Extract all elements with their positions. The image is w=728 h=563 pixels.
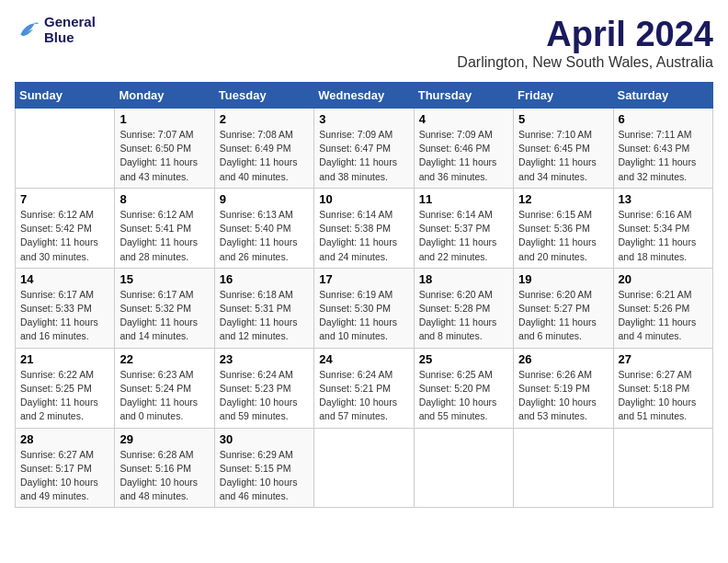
day-header-friday: Friday (514, 83, 613, 109)
day-info: Sunrise: 6:17 AMSunset: 5:33 PMDaylight:… (20, 288, 109, 344)
day-cell: 12Sunrise: 6:15 AMSunset: 5:36 PMDayligh… (514, 188, 613, 268)
day-number: 7 (20, 192, 109, 206)
month-title: April 2024 (457, 15, 713, 54)
day-cell: 6Sunrise: 7:11 AMSunset: 6:43 PMDaylight… (613, 109, 712, 189)
day-number: 18 (419, 272, 508, 286)
day-cell (16, 109, 115, 189)
day-info: Sunrise: 6:24 AMSunset: 5:21 PMDaylight:… (319, 368, 408, 424)
day-number: 26 (518, 352, 608, 366)
day-info: Sunrise: 6:13 AMSunset: 5:40 PMDaylight:… (220, 208, 309, 264)
day-cell (414, 428, 513, 508)
day-info: Sunrise: 7:07 AMSunset: 6:50 PMDaylight:… (119, 128, 209, 184)
page-header: General Blue April 2024 Darlington, New … (15, 15, 713, 71)
logo-text: General Blue (44, 15, 96, 45)
calendar-table: SundayMondayTuesdayWednesdayThursdayFrid… (15, 82, 713, 508)
day-info: Sunrise: 6:18 AMSunset: 5:31 PMDaylight:… (220, 288, 309, 344)
day-cell: 8Sunrise: 6:12 AMSunset: 5:41 PMDaylight… (115, 188, 214, 268)
day-cell: 27Sunrise: 6:27 AMSunset: 5:18 PMDayligh… (613, 348, 712, 428)
day-cell: 7Sunrise: 6:12 AMSunset: 5:42 PMDaylight… (16, 188, 115, 268)
logo-bird-icon (15, 17, 40, 43)
day-info: Sunrise: 7:10 AMSunset: 6:45 PMDaylight:… (518, 128, 608, 184)
day-number: 29 (119, 432, 209, 446)
day-info: Sunrise: 6:16 AMSunset: 5:34 PMDaylight:… (619, 208, 708, 264)
day-cell: 20Sunrise: 6:21 AMSunset: 5:26 PMDayligh… (613, 268, 712, 348)
day-info: Sunrise: 6:21 AMSunset: 5:26 PMDaylight:… (619, 288, 708, 344)
day-number: 11 (419, 192, 508, 206)
day-number: 27 (619, 352, 708, 366)
day-number: 17 (319, 272, 408, 286)
day-cell: 11Sunrise: 6:14 AMSunset: 5:37 PMDayligh… (414, 188, 513, 268)
day-cell: 4Sunrise: 7:09 AMSunset: 6:46 PMDaylight… (414, 109, 513, 189)
day-number: 4 (419, 112, 508, 126)
day-number: 8 (119, 192, 209, 206)
day-number: 1 (119, 112, 209, 126)
day-number: 16 (220, 272, 309, 286)
day-number: 15 (119, 272, 209, 286)
day-cell: 28Sunrise: 6:27 AMSunset: 5:17 PMDayligh… (16, 428, 115, 508)
day-info: Sunrise: 6:29 AMSunset: 5:15 PMDaylight:… (220, 448, 309, 504)
day-info: Sunrise: 6:15 AMSunset: 5:36 PMDaylight:… (518, 208, 608, 264)
day-number: 14 (20, 272, 109, 286)
day-cell: 19Sunrise: 6:20 AMSunset: 5:27 PMDayligh… (514, 268, 613, 348)
day-cell: 9Sunrise: 6:13 AMSunset: 5:40 PMDaylight… (214, 188, 313, 268)
day-number: 6 (619, 112, 708, 126)
day-number: 23 (220, 352, 309, 366)
title-block: April 2024 Darlington, New South Wales, … (457, 15, 713, 71)
header-row: SundayMondayTuesdayWednesdayThursdayFrid… (16, 83, 713, 109)
day-info: Sunrise: 6:17 AMSunset: 5:32 PMDaylight:… (119, 288, 209, 344)
day-info: Sunrise: 6:20 AMSunset: 5:28 PMDaylight:… (419, 288, 508, 344)
day-cell: 25Sunrise: 6:25 AMSunset: 5:20 PMDayligh… (414, 348, 513, 428)
day-number: 24 (319, 352, 408, 366)
day-cell: 16Sunrise: 6:18 AMSunset: 5:31 PMDayligh… (214, 268, 313, 348)
day-number: 13 (619, 192, 708, 206)
day-header-sunday: Sunday (16, 83, 115, 109)
day-info: Sunrise: 6:28 AMSunset: 5:16 PMDaylight:… (119, 448, 209, 504)
day-number: 12 (518, 192, 608, 206)
day-header-thursday: Thursday (414, 83, 513, 109)
day-number: 25 (419, 352, 508, 366)
day-header-tuesday: Tuesday (214, 83, 313, 109)
day-cell: 18Sunrise: 6:20 AMSunset: 5:28 PMDayligh… (414, 268, 513, 348)
day-cell: 21Sunrise: 6:22 AMSunset: 5:25 PMDayligh… (16, 348, 115, 428)
week-row-3: 14Sunrise: 6:17 AMSunset: 5:33 PMDayligh… (16, 268, 713, 348)
day-number: 30 (220, 432, 309, 446)
day-header-monday: Monday (115, 83, 214, 109)
week-row-2: 7Sunrise: 6:12 AMSunset: 5:42 PMDaylight… (16, 188, 713, 268)
week-row-1: 1Sunrise: 7:07 AMSunset: 6:50 PMDaylight… (16, 109, 713, 189)
day-info: Sunrise: 6:14 AMSunset: 5:38 PMDaylight:… (319, 208, 408, 264)
week-row-5: 28Sunrise: 6:27 AMSunset: 5:17 PMDayligh… (16, 428, 713, 508)
day-number: 5 (518, 112, 608, 126)
day-cell: 1Sunrise: 7:07 AMSunset: 6:50 PMDaylight… (115, 109, 214, 189)
logo: General Blue (15, 15, 96, 45)
day-info: Sunrise: 6:12 AMSunset: 5:41 PMDaylight:… (119, 208, 209, 264)
day-info: Sunrise: 6:23 AMSunset: 5:24 PMDaylight:… (119, 368, 209, 424)
day-info: Sunrise: 6:20 AMSunset: 5:27 PMDaylight:… (518, 288, 608, 344)
day-info: Sunrise: 6:19 AMSunset: 5:30 PMDaylight:… (319, 288, 408, 344)
day-info: Sunrise: 6:26 AMSunset: 5:19 PMDaylight:… (518, 368, 608, 424)
day-info: Sunrise: 6:12 AMSunset: 5:42 PMDaylight:… (20, 208, 109, 264)
day-cell (314, 428, 414, 508)
day-header-wednesday: Wednesday (314, 83, 414, 109)
day-number: 9 (220, 192, 309, 206)
day-info: Sunrise: 7:09 AMSunset: 6:47 PMDaylight:… (319, 128, 408, 184)
day-cell: 23Sunrise: 6:24 AMSunset: 5:23 PMDayligh… (214, 348, 313, 428)
day-number: 20 (619, 272, 708, 286)
day-number: 22 (119, 352, 209, 366)
day-number: 3 (319, 112, 408, 126)
day-info: Sunrise: 6:25 AMSunset: 5:20 PMDaylight:… (419, 368, 508, 424)
day-cell: 15Sunrise: 6:17 AMSunset: 5:32 PMDayligh… (115, 268, 214, 348)
day-cell: 24Sunrise: 6:24 AMSunset: 5:21 PMDayligh… (314, 348, 414, 428)
day-number: 19 (518, 272, 608, 286)
day-number: 21 (20, 352, 109, 366)
day-info: Sunrise: 6:27 AMSunset: 5:18 PMDaylight:… (619, 368, 708, 424)
day-header-saturday: Saturday (613, 83, 712, 109)
day-number: 28 (20, 432, 109, 446)
day-info: Sunrise: 6:14 AMSunset: 5:37 PMDaylight:… (419, 208, 508, 264)
day-cell: 5Sunrise: 7:10 AMSunset: 6:45 PMDaylight… (514, 109, 613, 189)
day-info: Sunrise: 6:27 AMSunset: 5:17 PMDaylight:… (20, 448, 109, 504)
day-cell: 14Sunrise: 6:17 AMSunset: 5:33 PMDayligh… (16, 268, 115, 348)
week-row-4: 21Sunrise: 6:22 AMSunset: 5:25 PMDayligh… (16, 348, 713, 428)
day-info: Sunrise: 6:22 AMSunset: 5:25 PMDaylight:… (20, 368, 109, 424)
day-number: 2 (220, 112, 309, 126)
day-cell: 10Sunrise: 6:14 AMSunset: 5:38 PMDayligh… (314, 188, 414, 268)
